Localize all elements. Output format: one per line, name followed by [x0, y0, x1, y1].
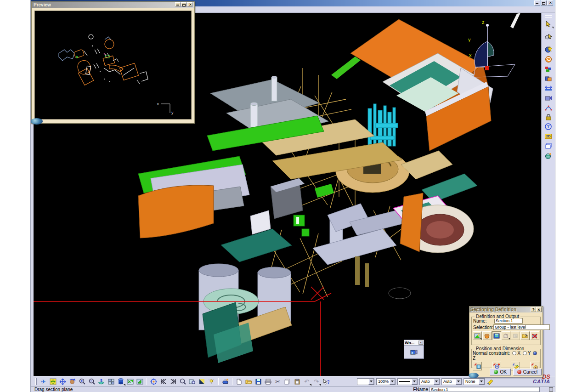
constraint-z-radio[interactable] [533, 351, 537, 355]
toolbar-handle[interactable] [35, 378, 37, 385]
constraint-x-radio[interactable] [512, 351, 516, 355]
dialog-help-button[interactable]: ? [531, 307, 536, 312]
remove-cut-icon[interactable] [530, 331, 539, 340]
compass-x-label: x [469, 52, 472, 58]
sectioning-definition-dialog[interactable]: Sectioning Definition ? × Definition and… [469, 306, 543, 377]
opacity-combo[interactable]: 100% [376, 378, 396, 385]
save-icon[interactable] [254, 377, 263, 386]
painter-icon[interactable] [486, 377, 495, 386]
layer-combo[interactable]: None [464, 378, 485, 385]
catalog-browser-icon[interactable] [543, 151, 554, 160]
enhanced-scene-icon[interactable] [543, 45, 554, 54]
close-button[interactable]: × [547, 0, 553, 6]
constraint-y-radio[interactable] [523, 351, 527, 355]
hide-show-icon[interactable] [125, 377, 135, 386]
wo-titlebar[interactable]: Wo... × [404, 340, 424, 346]
normal-view-icon[interactable] [96, 377, 106, 386]
distance-band-analysis-icon[interactable] [543, 64, 554, 74]
application-window: × × [30, 0, 555, 392]
selection-input[interactable] [493, 324, 550, 330]
dialog-title-text: Sectioning Definition [470, 307, 531, 312]
grid-options-icon[interactable] [502, 331, 511, 340]
swap-visible-space-icon[interactable] [135, 377, 145, 386]
2d-text-icon[interactable]: 2D [543, 131, 554, 141]
sectioning-icon[interactable] [543, 54, 554, 64]
catia-sphere-decoration [469, 373, 479, 378]
dmu-review-icon[interactable] [543, 32, 554, 41]
paste-icon[interactable] [292, 377, 302, 386]
fit-all-in-icon[interactable] [48, 377, 58, 386]
thickness-combo[interactable]: Auto [419, 378, 440, 385]
named-views-icon[interactable] [178, 377, 187, 386]
export-result-icon[interactable] [511, 331, 520, 340]
rotate-icon[interactable] [68, 377, 77, 386]
minimize-button[interactable] [534, 0, 540, 6]
lighting-icon[interactable] [197, 377, 207, 386]
wo-title-text: Wo... [405, 341, 418, 345]
fly-mode-icon[interactable]: ✈ [39, 377, 48, 386]
section-preview-drawing: x y [35, 11, 192, 120]
text-annotation-icon[interactable]: T [543, 122, 554, 131]
point-style-combo[interactable]: Auto [441, 378, 462, 385]
status-grip-icon[interactable] [549, 387, 553, 392]
toolbar-grip[interactable] [545, 15, 552, 16]
preview-close-button[interactable]: × [187, 2, 192, 7]
fill-color-combo[interactable] [357, 378, 374, 385]
preview-canvas[interactable]: x y [34, 11, 192, 119]
new-document-icon[interactable] [234, 377, 244, 386]
dialog-close-button[interactable]: × [536, 307, 542, 312]
preview-maximize-button[interactable] [181, 2, 187, 7]
quick-view-icon[interactable] [187, 377, 197, 386]
compass-y-label: y [468, 37, 471, 42]
status-bar: Drag section plane FName [31, 386, 555, 392]
line-type-glyph [399, 381, 410, 382]
cut-icon[interactable]: ✂ [273, 377, 283, 386]
previous-view-icon[interactable] [158, 377, 168, 386]
dialog-titlebar[interactable]: Sectioning Definition ? × [469, 307, 543, 312]
measure-item-icon[interactable] [543, 93, 554, 102]
render-style-icon[interactable] [116, 377, 125, 386]
section-plane-icon[interactable] [473, 331, 482, 340]
working-views-mini-window[interactable]: Wo... × [404, 340, 424, 359]
multi-view-icon[interactable] [106, 377, 116, 386]
copy-icon[interactable] [283, 377, 292, 386]
whats-this-icon[interactable]: ? [321, 377, 331, 386]
zoom-in-icon[interactable] [77, 377, 87, 386]
fname-input[interactable] [430, 387, 540, 392]
measure-between-icon[interactable] [543, 83, 554, 93]
cancel-button[interactable]: Cancel [513, 369, 542, 375]
svg-text:y: y [171, 110, 174, 115]
view-compass[interactable]: z y x [468, 19, 515, 77]
open-icon[interactable] [244, 377, 254, 386]
instant-collaboration-icon[interactable] [220, 377, 230, 386]
working-views-icon[interactable] [409, 348, 419, 357]
window-copy-icon[interactable] [543, 141, 554, 151]
zoom-out-icon[interactable] [87, 377, 96, 386]
undo-icon[interactable]: ↶ [302, 377, 311, 386]
export-as-icon[interactable] [520, 331, 530, 340]
clash-icon[interactable] [543, 74, 554, 83]
print-icon[interactable] [263, 377, 273, 386]
compass-z-label: z [482, 19, 485, 25]
redo-icon[interactable]: ↷ [311, 377, 321, 386]
examine-mode-icon[interactable] [149, 377, 158, 386]
select-icon[interactable] [543, 19, 554, 28]
pan-icon[interactable] [58, 377, 68, 386]
mouse-cursor [510, 13, 520, 28]
combo-dropdown-icon [479, 379, 484, 385]
next-view-icon[interactable] [168, 377, 178, 386]
depth-effect-icon[interactable] [207, 377, 216, 386]
preview-titlebar[interactable]: Preview × [32, 2, 194, 8]
result-window-icon[interactable] [492, 331, 501, 340]
line-type-combo[interactable] [397, 378, 418, 385]
preview-window[interactable]: Preview × [31, 1, 195, 124]
normal-constraint-label: Normal constraint: [473, 351, 510, 356]
preview-minimize-button[interactable] [175, 2, 181, 7]
maximize-button[interactable] [541, 0, 547, 6]
arc-through-three-points-icon[interactable] [543, 102, 554, 112]
wo-close-button[interactable]: × [418, 341, 423, 345]
lock-icon[interactable] [543, 112, 554, 122]
volume-cut-icon[interactable] [482, 331, 492, 340]
position-dimension-group: Position and Dimension Normal constraint… [471, 349, 541, 368]
ok-button[interactable]: OK [490, 369, 510, 375]
